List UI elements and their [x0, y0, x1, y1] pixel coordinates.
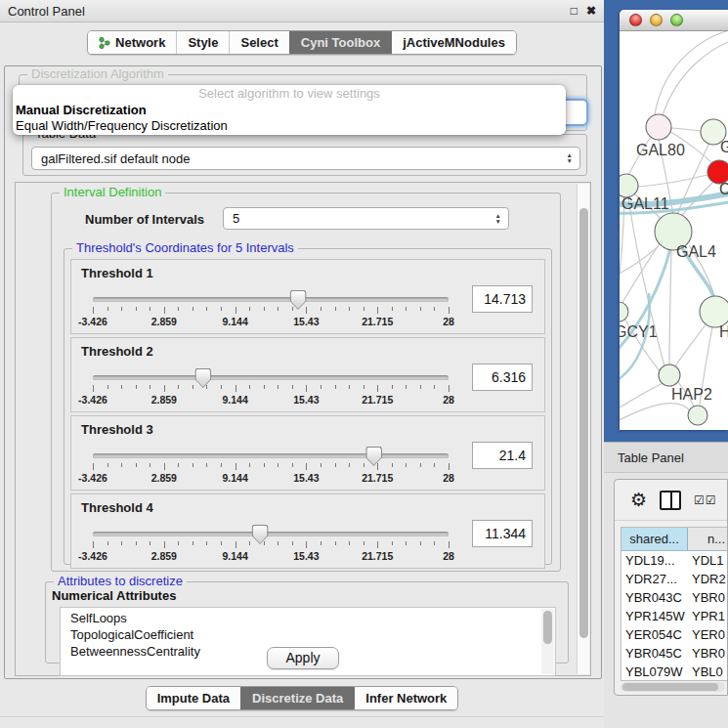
cell-name[interactable]: YPR1 [688, 607, 727, 625]
table-data-combobox[interactable]: galFiltered.sif default node ▲▼ [31, 147, 580, 170]
cell-shared-name[interactable]: YDR27... [621, 570, 688, 588]
slider-tick-labels: -3.4262.8599.14415.4321.71528 [93, 472, 449, 485]
number-of-intervals-combobox[interactable]: 5 ▲▼ [223, 207, 509, 230]
cell-name[interactable]: YER0 [688, 625, 727, 644]
attribute-item[interactable]: SelfLoops [70, 610, 555, 626]
table-row[interactable]: YBR043CYBR0 [621, 588, 727, 607]
tab-label: jActiveMNodules [403, 35, 505, 50]
attribute-item[interactable]: TopologicalCoefficient [70, 626, 555, 643]
tick-label: 28 [443, 550, 454, 562]
node-hap2[interactable] [659, 364, 680, 386]
node-table[interactable]: shared... n... YDL19...YDL1YDR27...YDR2Y… [621, 527, 727, 681]
mac-zoom-icon[interactable] [670, 14, 683, 26]
table-header-row: shared... n... [621, 528, 727, 551]
threshold-row: Threshold 3 -3.4262.8599.14415.4321.7152… [70, 415, 545, 491]
threshold-value-field[interactable]: 6.316 [472, 364, 533, 391]
tab-jactivemnodules[interactable]: jActiveMNodules [391, 31, 516, 54]
slider-thumb[interactable] [194, 368, 211, 388]
tab-impute-data[interactable]: Impute Data [147, 687, 240, 709]
settings-scrollbar[interactable] [577, 184, 589, 674]
node-gal11[interactable] [620, 174, 638, 197]
number-of-intervals-row: Number of Intervals 5 ▲▼ [52, 207, 560, 233]
threshold-value-field[interactable]: 11.344 [472, 520, 533, 547]
cell-shared-name[interactable]: YBR043C [621, 588, 688, 607]
node-label: GAL80 [636, 142, 685, 158]
dropdown-option-equal-width[interactable]: Equal Width/Frequency Discretization [13, 118, 566, 134]
network-graph: GAL80 G C GAL11 GAL4 GCY1 H HAP2 [620, 31, 728, 430]
tab-cyni-toolbox[interactable]: Cyni Toolbox [289, 31, 391, 54]
tab-label: Impute Data [157, 691, 230, 706]
table-panel-header: Table Panel [604, 442, 728, 473]
table-row[interactable]: YDL19...YDL1 [621, 551, 727, 570]
screen: Control Panel □ ✖ Network [0, 0, 728, 728]
columns-icon[interactable] [660, 491, 681, 510]
slider-thumb[interactable] [365, 447, 382, 466]
table-row[interactable]: YBL079WYBL0 [621, 663, 727, 681]
slider-ticks [93, 385, 449, 393]
threshold-slider[interactable]: -3.4262.8599.14415.4321.71528 [93, 448, 449, 487]
tab-style[interactable]: Style [176, 31, 229, 54]
threshold-slider[interactable]: -3.4262.8599.14415.4321.71528 [93, 369, 449, 408]
slider-tick-labels: -3.4262.8599.14415.4321.71528 [93, 550, 449, 563]
threshold-row: Threshold 4 -3.4262.8599.14415.4321.7152… [70, 493, 545, 569]
group-title: Attributes to discretize [54, 574, 187, 588]
threshold-label: Threshold 2 [81, 344, 153, 359]
network-view-window[interactable]: GAL80 G C GAL11 GAL4 GCY1 H HAP2 [620, 10, 728, 430]
cell-name[interactable]: YBR0 [688, 588, 727, 607]
dropdown-option-manual[interactable]: Manual Discretization [13, 103, 566, 118]
gear-icon[interactable]: ⚙ [630, 491, 647, 509]
threshold-value-field[interactable]: 21.4 [472, 442, 533, 469]
node-label: G [720, 139, 728, 155]
table-row[interactable]: YBR045CYBR0 [621, 644, 727, 663]
threshold-slider[interactable]: -3.4262.8599.14415.4321.71528 [93, 526, 449, 565]
node-label: GAL4 [676, 243, 716, 260]
cell-shared-name[interactable]: YPR145W [621, 607, 688, 625]
tab-infer-network[interactable]: Infer Network [354, 687, 457, 709]
tick-label: 28 [443, 472, 454, 484]
slider-track[interactable] [93, 532, 449, 536]
slider-track[interactable] [93, 297, 449, 302]
mac-minimize-icon[interactable] [650, 14, 663, 26]
slider-thumb[interactable] [290, 290, 307, 310]
table-row[interactable]: YPR145WYPR1 [621, 607, 727, 625]
slider-thumb[interactable] [252, 525, 269, 544]
tab-discretize-data[interactable]: Discretize Data [240, 687, 354, 709]
table-row[interactable]: YDR27...YDR2 [621, 570, 727, 588]
tab-label: Infer Network [365, 691, 447, 706]
column-header-name[interactable]: n... [688, 528, 727, 550]
tick-label: 2.859 [151, 472, 177, 484]
cell-shared-name[interactable]: YBL079W [621, 663, 688, 681]
select-columns-icon[interactable]: ☑☑ [694, 493, 717, 507]
apply-button[interactable]: Apply [267, 647, 338, 669]
table-row[interactable]: YER054CYER0 [621, 625, 727, 644]
tab-network[interactable]: Network [88, 31, 176, 54]
tab-select[interactable]: Select [229, 31, 288, 54]
slider-track[interactable] [93, 375, 449, 380]
mac-close-icon[interactable] [629, 14, 642, 26]
float-window-icon[interactable]: □ [571, 5, 578, 17]
tick-label: 2.859 [151, 394, 177, 406]
cell-name[interactable]: YDL1 [688, 551, 727, 570]
threshold-slider[interactable]: -3.4262.8599.14415.4321.71528 [93, 291, 449, 330]
threshold-value-field[interactable]: 14.713 [472, 285, 533, 313]
cell-shared-name[interactable]: YER054C [621, 625, 688, 644]
tick-label: 21.715 [362, 472, 393, 484]
close-icon[interactable]: ✖ [586, 5, 596, 17]
network-canvas[interactable]: GAL80 G C GAL11 GAL4 GCY1 H HAP2 [620, 31, 728, 430]
node-gal80[interactable] [646, 114, 671, 140]
column-header-shared-name[interactable]: shared... [621, 528, 688, 550]
tick-label: -3.426 [78, 550, 107, 562]
table-horizontal-scrollbar[interactable] [621, 682, 725, 692]
slider-track[interactable] [93, 453, 449, 458]
node-gcy1[interactable] [620, 302, 628, 321]
cell-shared-name[interactable]: YBR045C [621, 644, 688, 663]
cell-name[interactable]: YDR2 [688, 570, 727, 588]
cell-shared-name[interactable]: YDL19... [621, 551, 688, 570]
slider-ticks [93, 307, 449, 315]
tick-label: -3.426 [78, 472, 107, 484]
cell-name[interactable]: YBR0 [688, 644, 727, 663]
cell-name[interactable]: YBL0 [688, 663, 727, 681]
network-view-frame: GAL80 G C GAL11 GAL4 GCY1 H HAP2 [604, 0, 728, 442]
node-bottom[interactable] [688, 406, 707, 425]
tick-label: 9.144 [222, 472, 247, 484]
